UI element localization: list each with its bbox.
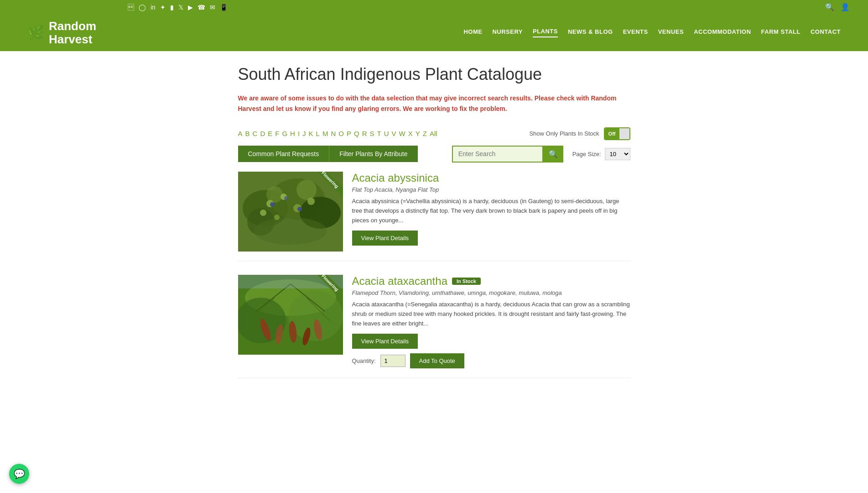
common-requests-button[interactable]: Common Plant Requests [238, 146, 329, 162]
alpha-v[interactable]: V [392, 130, 396, 137]
plant-card-2: Flowering Acacia ataxacantha In Stock Fl… [238, 275, 630, 378]
page-size-label: Page Size: [572, 151, 601, 157]
nav-venues[interactable]: VENUES [658, 28, 684, 37]
alpha-l[interactable]: L [316, 130, 320, 137]
alpha-c[interactable]: C [253, 130, 258, 137]
alpha-i[interactable]: I [298, 130, 300, 137]
page-title: South African Indigenous Plant Catalogue [238, 65, 630, 84]
plant-info-2: Acacia ataxacantha In Stock Flamepod Tho… [352, 275, 630, 368]
alpha-g[interactable]: G [282, 130, 287, 137]
plant-image-1 [238, 172, 343, 252]
alpha-z[interactable]: Z [423, 130, 427, 137]
logo-text: Random Harvest [49, 20, 96, 46]
twitter-icon[interactable]: 𝕏 [178, 4, 183, 11]
stock-toggle-area: Show Only Plants In Stock Off [529, 127, 630, 140]
search-icon[interactable]: 🔍 [825, 3, 834, 11]
nav-nursery[interactable]: NURSERY [492, 28, 523, 37]
quantity-row: Quantity: Add To Quote [352, 353, 630, 368]
plant-title-2: Acacia ataxacantha In Stock [352, 275, 630, 288]
alpha-e[interactable]: E [268, 130, 272, 137]
alpha-q[interactable]: Q [354, 130, 359, 137]
logo-icon: 🌿 [27, 25, 44, 41]
social-icons:  ◯ in ✦ ▮ 𝕏 ▶ ☎ ✉ 📱 [128, 4, 228, 11]
nav-farm-stall[interactable]: FARM STALL [761, 28, 800, 37]
plant-subtitle-1: Flat Top Acacia, Nyanga Flat Top [352, 186, 630, 193]
facebook-icon[interactable]:  [128, 4, 134, 11]
alpha-o[interactable]: O [338, 130, 344, 137]
page-size-select[interactable]: 10 25 50 100 [605, 148, 630, 160]
quantity-label: Quantity: [352, 357, 376, 364]
stock-toggle[interactable]: Off [604, 127, 630, 140]
search-input-wrap: 🔍 [452, 146, 563, 163]
alpha-all[interactable]: All [430, 130, 437, 137]
alpha-b[interactable]: B [245, 130, 250, 137]
nav-plants[interactable]: PLANTS [533, 28, 558, 37]
whatsapp-icon[interactable]: 📱 [220, 4, 228, 11]
nav-home[interactable]: HOME [463, 28, 482, 37]
alpha-d[interactable]: D [260, 130, 265, 137]
svg-point-7 [254, 217, 327, 245]
view-plant-1-button[interactable]: View Plant Details [352, 231, 418, 246]
alpha-section: A B C D E F G H I J K L M N O P Q R S T … [238, 127, 630, 140]
alpha-n[interactable]: N [331, 130, 336, 137]
search-button[interactable]: 🔍 [543, 146, 563, 163]
alpha-u[interactable]: U [384, 130, 389, 137]
top-right-actions: 🔍 👤 [825, 3, 850, 11]
account-icon[interactable]: 👤 [841, 3, 850, 11]
page-size-area: Page Size: 10 25 50 100 [572, 148, 630, 160]
plant-info-1: Acacia abyssinica Flat Top Acacia, Nyang… [352, 172, 630, 252]
svg-point-13 [274, 215, 280, 220]
warning-message: We are aware of some issues to do with t… [238, 93, 630, 114]
youtube-icon[interactable]: ▶ [188, 4, 193, 11]
alpha-m[interactable]: M [322, 130, 328, 137]
main-content: South African Indigenous Plant Catalogue… [229, 51, 639, 405]
plant-title-1: Acacia abyssinica [352, 172, 630, 184]
svg-point-15 [284, 196, 288, 200]
logo[interactable]: 🌿 Random Harvest [27, 20, 96, 46]
linkedin-icon[interactable]: in [151, 4, 156, 11]
alpha-k[interactable]: K [309, 130, 313, 137]
filter-row: Common Plant Requests Filter Plants By A… [238, 146, 630, 163]
toggle-off-label: Off [605, 128, 619, 139]
filter-by-attribute-button[interactable]: Filter Plants By Attribute [329, 146, 417, 162]
alpha-h[interactable]: H [290, 130, 295, 137]
search-input[interactable] [452, 146, 543, 163]
quantity-input[interactable] [380, 355, 405, 367]
nav-bar: 🌿 Random Harvest HOME NURSERY PLANTS NEW… [0, 14, 868, 51]
alpha-j[interactable]: J [302, 130, 306, 137]
plant-card: Flowering Acacia abyssinica Flat Top Aca… [238, 172, 630, 261]
alpha-x[interactable]: X [408, 130, 413, 137]
add-to-quote-button[interactable]: Add To Quote [410, 353, 464, 368]
nav-contact[interactable]: CONTACT [811, 28, 841, 37]
alpha-y[interactable]: Y [416, 130, 420, 137]
nav-events[interactable]: EVENTS [623, 28, 648, 37]
phone-icon[interactable]: ☎ [198, 4, 205, 11]
alpha-r[interactable]: R [362, 130, 367, 137]
instagram-icon[interactable]: ◯ [139, 4, 146, 11]
toggle-slider[interactable] [619, 128, 629, 139]
svg-point-11 [307, 198, 315, 205]
main-nav: HOME NURSERY PLANTS NEWS & BLOG EVENTS V… [463, 28, 841, 37]
alpha-a[interactable]: A [238, 130, 243, 137]
alpha-p[interactable]: P [347, 130, 351, 137]
svg-point-12 [260, 210, 266, 216]
nav-accommodation[interactable]: ACCOMMODATION [694, 28, 751, 37]
alpha-w[interactable]: W [399, 130, 405, 137]
plant-description-1: Acacia abyssinica (=Vachellia abyssinica… [352, 197, 630, 225]
svg-point-5 [296, 180, 317, 200]
alpha-f[interactable]: F [275, 130, 279, 137]
in-stock-badge: In Stock [452, 278, 481, 285]
alphabet-filter: A B C D E F G H I J K L M N O P Q R S T … [238, 130, 437, 137]
nav-news-blog[interactable]: NEWS & BLOG [568, 28, 613, 37]
svg-point-14 [270, 202, 275, 207]
alpha-s[interactable]: S [370, 130, 374, 137]
plant-description-2: Acacia ataxacantha (=Senegalia ataxacant… [352, 300, 630, 328]
search-area: 🔍 Page Size: 10 25 50 100 [452, 146, 630, 163]
rss-icon[interactable]: ▮ [170, 4, 174, 11]
pinterest-icon[interactable]: ✦ [160, 4, 166, 11]
email-icon[interactable]: ✉ [210, 4, 215, 11]
alpha-t[interactable]: T [377, 130, 381, 137]
plant-image-wrap-2: Flowering [238, 275, 343, 355]
site-header:  ◯ in ✦ ▮ 𝕏 ▶ ☎ ✉ 📱 🔍 👤 🌿 Random Harves… [0, 0, 868, 51]
view-plant-2-button[interactable]: View Plant Details [352, 334, 418, 349]
